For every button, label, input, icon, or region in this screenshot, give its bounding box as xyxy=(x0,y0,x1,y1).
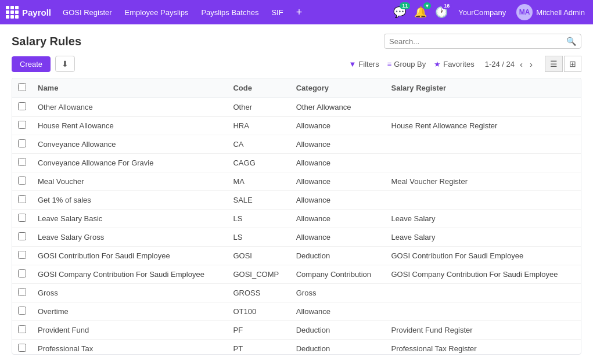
table-row[interactable]: Get 1% of sales SALE Allowance xyxy=(12,191,581,210)
col-name: Name xyxy=(32,78,227,98)
row-code: LS xyxy=(227,210,290,228)
company-name[interactable]: YourCompany xyxy=(454,8,511,17)
group-by-button[interactable]: ≡ Group By xyxy=(387,60,426,69)
row-category: Other Allowance xyxy=(290,98,386,117)
row-register: Leave Salary xyxy=(386,228,581,247)
row-checkbox[interactable] xyxy=(18,232,26,240)
search-bar[interactable]: 🔍 xyxy=(384,34,581,49)
list-view-button[interactable]: ☰ xyxy=(545,56,563,72)
row-checkbox-cell xyxy=(12,172,32,191)
row-category: Allowance xyxy=(290,117,386,135)
row-checkbox[interactable] xyxy=(18,176,26,185)
grid-view-button[interactable]: ⊞ xyxy=(564,56,581,72)
table-row[interactable]: Conveyance Allowance For Gravie CAGG All… xyxy=(12,154,581,172)
user-avatar: MA xyxy=(516,4,533,20)
row-name: Leave Salary Basic xyxy=(32,210,227,228)
create-button[interactable]: Create xyxy=(12,56,51,72)
pagination-text: 1-24 / 24 xyxy=(485,60,515,69)
app-name: Payroll xyxy=(22,8,51,17)
row-name: House Rent Allowance xyxy=(32,117,227,135)
row-checkbox[interactable] xyxy=(18,325,26,333)
select-all-checkbox[interactable] xyxy=(18,83,26,91)
row-category: Allowance xyxy=(290,172,386,191)
row-register xyxy=(386,191,581,210)
download-button[interactable]: ⬇ xyxy=(55,56,75,72)
next-page-button[interactable]: › xyxy=(528,59,534,69)
star-icon: ★ xyxy=(434,60,441,69)
row-code: SALE xyxy=(227,191,290,210)
chat-badge: 11 xyxy=(400,2,410,9)
prev-page-button[interactable]: ‹ xyxy=(518,59,524,69)
row-name: Other Allowance xyxy=(32,98,227,117)
row-category: Deduction xyxy=(290,340,386,355)
clock-icon[interactable]: 🕐 16 xyxy=(435,6,448,19)
main-content: Salary Rules 🔍 Create ⬇ ▼ Filters ≡ Grou… xyxy=(0,24,593,364)
row-register: House Rent Allowance Register xyxy=(386,117,581,135)
nav-sif[interactable]: SIF xyxy=(267,6,287,19)
nav-employee-payslips[interactable]: Employee Payslips xyxy=(120,6,193,19)
row-register: Professional Tax Register xyxy=(386,340,581,355)
table-row[interactable]: Leave Salary Basic LS Allowance Leave Sa… xyxy=(12,210,581,228)
view-toggle: ☰ ⊞ xyxy=(545,56,581,72)
row-register xyxy=(386,154,581,172)
table-row[interactable]: Gross GROSS Gross xyxy=(12,284,581,302)
row-checkbox[interactable] xyxy=(18,139,26,147)
row-checkbox[interactable] xyxy=(18,288,26,296)
chat-icon[interactable]: 💬 11 xyxy=(393,6,406,19)
row-checkbox[interactable] xyxy=(18,214,26,222)
table-row[interactable]: House Rent Allowance HRA Allowance House… xyxy=(12,117,581,135)
table-row[interactable]: Provident Fund PF Deduction Provident Fu… xyxy=(12,321,581,340)
row-checkbox[interactable] xyxy=(18,251,26,259)
table-wrap: Name Code Category Salary Register Other… xyxy=(12,78,581,355)
row-code: OT100 xyxy=(227,302,290,321)
table-row[interactable]: Meal Voucher MA Allowance Meal Voucher R… xyxy=(12,172,581,191)
search-icon: 🔍 xyxy=(566,37,576,46)
row-register xyxy=(386,135,581,154)
group-icon: ≡ xyxy=(387,60,392,69)
search-input[interactable] xyxy=(389,37,566,46)
table-row[interactable]: Overtime OT100 Allowance xyxy=(12,302,581,321)
row-name: GOSI Contribution For Saudi Employee xyxy=(32,247,227,265)
row-code: PF xyxy=(227,321,290,340)
row-name: Leave Salary Gross xyxy=(32,228,227,247)
user-menu[interactable]: MA Mitchell Admin xyxy=(514,4,587,20)
table-row[interactable]: Conveyance Allowance CA Allowance xyxy=(12,135,581,154)
pagination: 1-24 / 24 ‹ › xyxy=(485,59,534,69)
row-checkbox[interactable] xyxy=(18,195,26,203)
row-name: GOSI Company Contribution For Saudi Empl… xyxy=(32,265,227,284)
notification-icon[interactable]: 🔔 ▾ xyxy=(414,6,427,19)
nav-add-button[interactable]: + xyxy=(292,4,307,21)
row-code: CAGG xyxy=(227,154,290,172)
filter-icon: ▼ xyxy=(348,60,356,69)
nav-gosi-register[interactable]: GOSI Register xyxy=(58,6,117,19)
row-register: Provident Fund Register xyxy=(386,321,581,340)
group-by-label: Group By xyxy=(394,60,426,69)
row-checkbox[interactable] xyxy=(18,269,26,277)
row-category: Allowance xyxy=(290,302,386,321)
table-row[interactable]: Leave Salary Gross LS Allowance Leave Sa… xyxy=(12,228,581,247)
nav-payslips-batches[interactable]: Payslips Batches xyxy=(196,6,263,19)
row-category: Allowance xyxy=(290,154,386,172)
row-checkbox[interactable] xyxy=(18,344,26,352)
row-checkbox-cell xyxy=(12,98,32,117)
row-checkbox-cell xyxy=(12,340,32,355)
clock-badge: 16 xyxy=(441,2,452,9)
row-checkbox[interactable] xyxy=(18,121,26,129)
favorites-button[interactable]: ★ Favorites xyxy=(434,60,474,69)
table-row[interactable]: Professional Tax PT Deduction Profession… xyxy=(12,340,581,355)
row-checkbox[interactable] xyxy=(18,307,26,315)
row-code: MA xyxy=(227,172,290,191)
row-checkbox[interactable] xyxy=(18,102,26,110)
row-checkbox-cell xyxy=(12,154,32,172)
row-checkbox-cell xyxy=(12,247,32,265)
app-logo[interactable]: Payroll xyxy=(6,6,51,19)
row-checkbox[interactable] xyxy=(18,158,26,166)
row-name: Gross xyxy=(32,284,227,302)
toolbar: Create ⬇ ▼ Filters ≡ Group By ★ Favorite… xyxy=(12,56,581,72)
row-name: Conveyance Allowance xyxy=(32,135,227,154)
row-checkbox-cell xyxy=(12,265,32,284)
table-row[interactable]: GOSI Contribution For Saudi Employee GOS… xyxy=(12,247,581,265)
filters-button[interactable]: ▼ Filters xyxy=(348,60,379,69)
table-row[interactable]: Other Allowance Other Other Allowance xyxy=(12,98,581,117)
table-row[interactable]: GOSI Company Contribution For Saudi Empl… xyxy=(12,265,581,284)
